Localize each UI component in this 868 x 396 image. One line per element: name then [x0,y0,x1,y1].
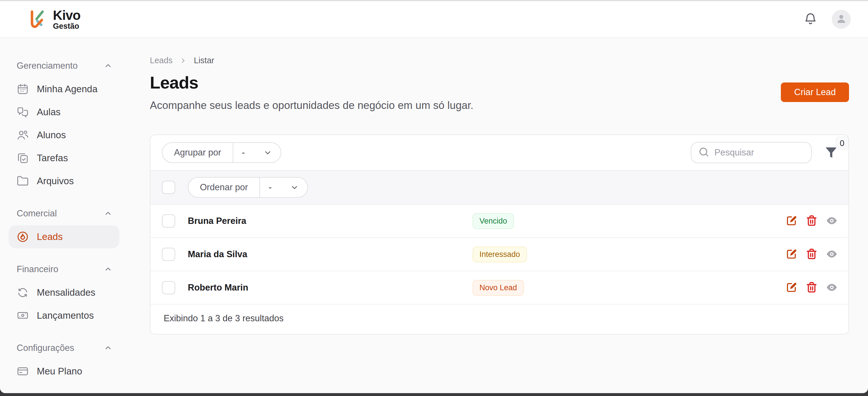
search-input[interactable] [714,147,804,158]
notifications-button[interactable] [803,12,818,27]
filter-count-badge: 0 [836,136,848,150]
status-badge: Novo Lead [472,280,524,296]
row-checkbox[interactable] [162,248,175,261]
search-box [691,142,812,163]
chevron-down-icon [264,148,272,157]
chevron-up-icon [104,62,113,70]
sidebar-section-label: Configurações [17,343,74,353]
sidebar-section: FinanceiroMensalidadesLançamentos [9,263,119,327]
sidebar-item-lan-amentos[interactable]: Lançamentos [9,304,119,327]
brand-name: Kivo [53,9,81,22]
group-by-control: Agrupar por - [162,142,281,163]
status-badge: Vencido [472,213,514,229]
view-button[interactable] [826,281,838,294]
sidebar-section-header[interactable]: Configurações [9,342,119,354]
sidebar-item-label: Mensalidades [37,287,95,298]
sidebar-item-mensalidades[interactable]: Mensalidades [9,281,119,304]
row-checkbox[interactable] [162,214,175,228]
table-row: Roberto MarinNovo Lead [150,271,848,305]
eye-icon [826,223,838,228]
edit-button[interactable] [785,281,798,294]
table-header-row: Ordenar por - [150,170,848,205]
search-icon [698,146,709,159]
flame-icon [17,231,29,243]
page-title: Leads [150,73,473,93]
delete-button[interactable] [805,281,818,294]
delete-button[interactable] [805,214,818,227]
table-row: Bruna PereiraVencido [150,205,848,238]
sidebar-item-label: Leads [37,231,63,242]
main-content: Leads Listar Leads Acompanhe seus leads … [128,38,868,393]
sort-by-label: Ordenar por [188,177,260,197]
chevron-up-icon [104,344,113,352]
users-icon [17,129,29,141]
user-menu-button[interactable] [832,10,851,29]
clipboard-check-icon [17,152,29,164]
table-row: Maria da SilvaInteressado [150,238,848,271]
sidebar-section-header[interactable]: Financeiro [9,263,119,275]
sidebar-item-meu-plano[interactable]: Meu Plano [9,360,119,383]
sidebar-item-label: Lançamentos [37,310,94,321]
view-button[interactable] [826,214,838,227]
folder-icon [17,175,29,187]
trash-icon [806,223,818,228]
edit-button[interactable] [785,214,798,227]
sidebar-section: GerenciamentoMinha AgendaAulasAlunosTare… [9,60,119,193]
sidebar-section: ConfiguraçõesMeu Plano [9,342,119,383]
filter-button[interactable]: 0 [824,146,838,160]
group-by-select[interactable]: - [233,143,281,162]
sidebar-section-header[interactable]: Comercial [9,207,119,220]
sort-by-control: Ordenar por - [188,177,308,198]
chevron-right-icon [180,57,187,64]
sidebar-item-leads[interactable]: Leads [9,225,119,248]
calendar-icon [17,83,29,95]
chevron-down-icon [290,183,299,192]
row-checkbox[interactable] [162,281,175,294]
lead-name: Roberto Marin [188,283,472,293]
banknote-icon [17,309,29,322]
sidebar-item-arquivos[interactable]: Arquivos [9,170,119,193]
sidebar-section-header[interactable]: Gerenciamento [9,60,119,72]
breadcrumb: Leads Listar [150,56,849,65]
group-by-label: Agrupar por [162,143,233,162]
lead-name: Bruna Pereira [188,216,472,226]
sort-by-select[interactable]: - [260,177,307,197]
leads-card: Agrupar por - [150,134,849,334]
delete-button[interactable] [805,248,818,261]
refresh-icon [17,287,29,299]
sidebar-item-label: Meu Plano [37,366,82,377]
bell-icon [804,23,817,27]
chat-bubbles-icon [17,106,29,118]
app-window: Kivo Gestão [0,1,868,393]
chevron-up-icon [104,209,113,218]
results-summary: Exibindo 1 a 3 de 3 resultados [150,305,848,334]
sidebar-item-label: Aulas [37,107,61,118]
trash-icon [806,257,818,261]
edit-button[interactable] [785,248,798,261]
sidebar-item-aulas[interactable]: Aulas [9,101,119,124]
eye-icon [826,257,838,261]
page-subtitle: Acompanhe seus leads e oportunidades de … [150,99,473,111]
sidebar-item-alunos[interactable]: Alunos [9,124,119,146]
view-button[interactable] [826,248,838,261]
leads-table-body: Bruna PereiraVencidoMaria da SilvaIntere… [150,205,848,305]
brand-logo[interactable]: Kivo Gestão [28,8,81,30]
app-header: Kivo Gestão [0,1,868,38]
sidebar-item-minha-agenda[interactable]: Minha Agenda [9,77,119,101]
sidebar-section-label: Gerenciamento [17,61,78,71]
group-by-value: - [242,147,245,158]
lead-name: Maria da Silva [188,249,472,260]
edit-pen-icon [785,223,798,228]
breadcrumb-leads[interactable]: Leads [150,56,173,65]
kivo-logo-icon [28,8,49,30]
card-toolbar: Agrupar por - [150,135,848,170]
breadcrumb-listar[interactable]: Listar [194,56,214,65]
select-all-checkbox[interactable] [162,181,175,194]
chevron-up-icon [104,265,113,273]
create-lead-button[interactable]: Criar Lead [781,82,849,102]
funnel-icon [824,156,838,160]
user-avatar-icon [835,12,847,26]
sidebar-item-tarefas[interactable]: Tarefas [9,146,119,170]
edit-pen-icon [785,290,798,294]
sort-by-value: - [269,182,272,193]
